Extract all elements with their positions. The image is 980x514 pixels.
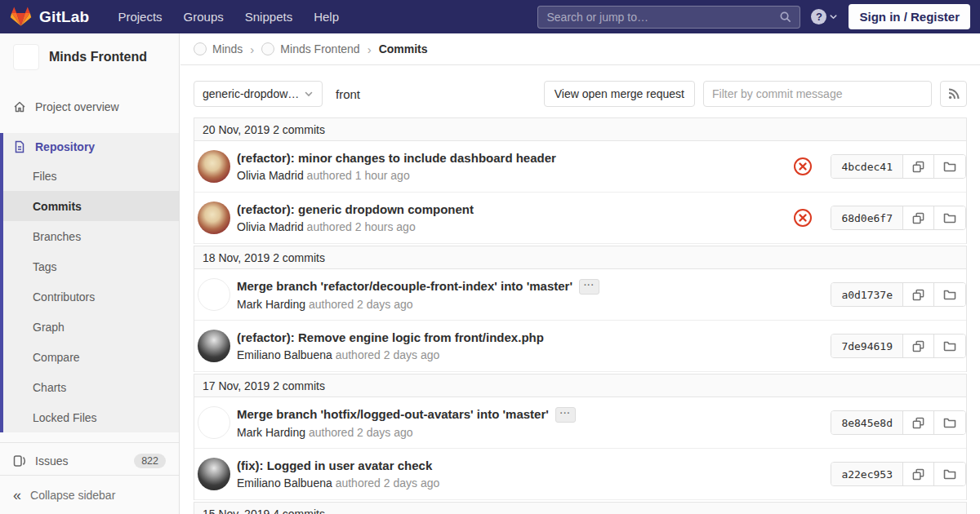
- sidebar-item-tags[interactable]: Tags: [3, 251, 179, 281]
- sidebar-item-issues[interactable]: Issues 822: [0, 442, 179, 478]
- project-context[interactable]: Minds Frontend: [0, 33, 179, 81]
- copy-sha-button[interactable]: [903, 411, 934, 434]
- breadcrumb-label: Minds: [212, 42, 243, 55]
- commit-actions: 4bcdec41: [793, 154, 966, 179]
- copy-sha-button[interactable]: [903, 283, 934, 306]
- gitlab-home-link[interactable]: GitLab: [10, 6, 89, 28]
- commit-day-group: 18 Nov, 2019 2 commits Merge branch 'ref…: [194, 246, 967, 372]
- commit-author-link[interactable]: Emiliano Balbuena: [237, 348, 332, 361]
- folder-icon: [943, 339, 956, 352]
- commit-author-link[interactable]: Mark Harding: [237, 426, 305, 439]
- copy-sha-button[interactable]: [903, 206, 934, 229]
- sidebar-item-charts[interactable]: Charts: [3, 372, 179, 402]
- navbar-right: ? Sign in / Register: [537, 4, 970, 29]
- commit-row: Merge branch 'refactor/decouple-front-in…: [194, 269, 966, 321]
- commit-sha-group: a22ec953: [831, 462, 966, 486]
- collapse-sidebar-button[interactable]: « Collapse sidebar: [0, 475, 179, 514]
- sidebar-item-contributors[interactable]: Contributors: [3, 281, 179, 312]
- sidebar-item-graph[interactable]: Graph: [3, 312, 179, 342]
- commit-sha-link[interactable]: 4bcdec41: [831, 155, 903, 178]
- browse-files-button[interactable]: [934, 155, 965, 178]
- sidebar-item-branches[interactable]: Branches: [3, 221, 179, 251]
- copy-sha-button[interactable]: [903, 463, 934, 485]
- browse-files-button[interactable]: [934, 411, 965, 434]
- rss-icon: [947, 87, 960, 100]
- branch-selector-dropdown[interactable]: generic-dropdow…: [194, 81, 323, 107]
- nav-item-help[interactable]: Help: [303, 0, 350, 33]
- folder-icon: [943, 467, 956, 481]
- sidebar-item-repository[interactable]: Repository: [3, 133, 179, 161]
- commit-title-link[interactable]: (refactor): generic dropdown component: [237, 202, 780, 218]
- project-avatar: [13, 44, 39, 70]
- commit-title-link[interactable]: Merge branch 'hotfix/logged-out-avatars'…: [237, 407, 817, 423]
- filter-commit-message-input[interactable]: [703, 81, 932, 107]
- commit-sha-link[interactable]: 7de94619: [831, 335, 903, 357]
- sidebar-item-commits[interactable]: Commits: [3, 191, 179, 221]
- issues-icon: [13, 454, 26, 467]
- commit-row: (refactor): Remove engine logic from fro…: [194, 321, 966, 372]
- avatar[interactable]: [198, 278, 230, 311]
- help-icon: ?: [811, 9, 826, 24]
- avatar[interactable]: [198, 330, 230, 362]
- commit-actions: a22ec953: [831, 462, 966, 486]
- sidebar-section-repository: Repository Files Commits Branches Tags C…: [0, 133, 179, 432]
- sidebar-item-locked-files[interactable]: Locked Files: [3, 402, 179, 432]
- commit-sha-link[interactable]: 8e845e8d: [831, 411, 903, 434]
- expand-commit-description-button[interactable]: ···: [579, 279, 599, 295]
- sidebar-item-project-overview[interactable]: Project overview: [0, 92, 179, 122]
- pipeline-failed-icon[interactable]: [793, 208, 813, 228]
- commit-info: (refactor): minor changes to include das…: [237, 151, 780, 183]
- view-open-merge-request-button[interactable]: View open merge request: [544, 81, 695, 107]
- commit-info: (refactor): Remove engine logic from fro…: [237, 330, 817, 362]
- browse-files-button[interactable]: [934, 335, 965, 357]
- sub-item-label: Charts: [33, 381, 66, 394]
- commit-date-header: 18 Nov, 2019 2 commits: [194, 246, 966, 269]
- commit-authored-time: authored 2 hours ago: [307, 220, 416, 233]
- issues-count-badge: 822: [134, 454, 166, 468]
- commit-author-link[interactable]: Mark Harding: [237, 298, 305, 311]
- commit-title-link[interactable]: (refactor): minor changes to include das…: [237, 151, 780, 166]
- nav-item-groups[interactable]: Groups: [173, 0, 234, 33]
- copy-icon: [912, 417, 924, 429]
- commit-sha-link[interactable]: 68d0e6f7: [831, 206, 903, 229]
- commits-feed-button[interactable]: [940, 81, 967, 107]
- collapse-icon: «: [13, 488, 21, 503]
- commit-actions: 8e845e8d: [831, 410, 966, 435]
- copy-sha-button[interactable]: [903, 155, 934, 178]
- expand-commit-description-button[interactable]: ···: [555, 407, 576, 423]
- sidebar-item-compare[interactable]: Compare: [3, 342, 179, 372]
- nav-item-snippets[interactable]: Snippets: [234, 0, 303, 33]
- pipeline-failed-icon[interactable]: [793, 157, 813, 176]
- commit-author-link[interactable]: Olivia Madrid: [237, 220, 304, 233]
- commit-actions: a0d1737e: [831, 282, 966, 307]
- commit-sha-link[interactable]: a22ec953: [831, 463, 903, 485]
- commit-title-link[interactable]: (fix): Logged in user avatar check: [237, 459, 817, 474]
- commit-title-link[interactable]: Merge branch 'refactor/decouple-front-in…: [237, 279, 817, 295]
- search-input[interactable]: [546, 11, 779, 24]
- avatar[interactable]: [198, 150, 230, 183]
- commit-sha-link[interactable]: a0d1737e: [831, 283, 903, 306]
- commit-author-link[interactable]: Olivia Madrid: [237, 169, 304, 182]
- commit-author-link[interactable]: Emiliano Balbuena: [237, 476, 332, 490]
- nav-item-projects[interactable]: Projects: [107, 0, 172, 33]
- avatar[interactable]: [198, 406, 230, 439]
- browse-files-button[interactable]: [934, 463, 965, 485]
- sign-in-register-button[interactable]: Sign in / Register: [849, 4, 970, 29]
- help-menu[interactable]: ?: [811, 9, 838, 24]
- breadcrumb-item-minds-frontend[interactable]: Minds Frontend: [261, 42, 359, 55]
- sidebar-item-label: Repository: [35, 140, 95, 153]
- commit-title-link[interactable]: (refactor): Remove engine logic from fro…: [237, 330, 817, 346]
- commit-title-text: Merge branch 'hotfix/logged-out-avatars'…: [237, 407, 549, 423]
- avatar[interactable]: [198, 202, 230, 234]
- breadcrumb-item-minds[interactable]: Minds: [194, 42, 243, 55]
- browse-files-button[interactable]: [934, 206, 965, 229]
- sub-item-label: Tags: [33, 260, 57, 273]
- global-search[interactable]: [537, 6, 800, 29]
- commit-meta: Olivia Madrid authored 1 hour ago: [237, 169, 780, 182]
- browse-files-button[interactable]: [934, 283, 965, 306]
- avatar[interactable]: [198, 458, 230, 490]
- branch-name: generic-dropdow…: [203, 87, 299, 100]
- copy-sha-button[interactable]: [903, 335, 934, 357]
- sidebar-item-files[interactable]: Files: [3, 161, 179, 191]
- sub-item-label: Branches: [33, 230, 81, 243]
